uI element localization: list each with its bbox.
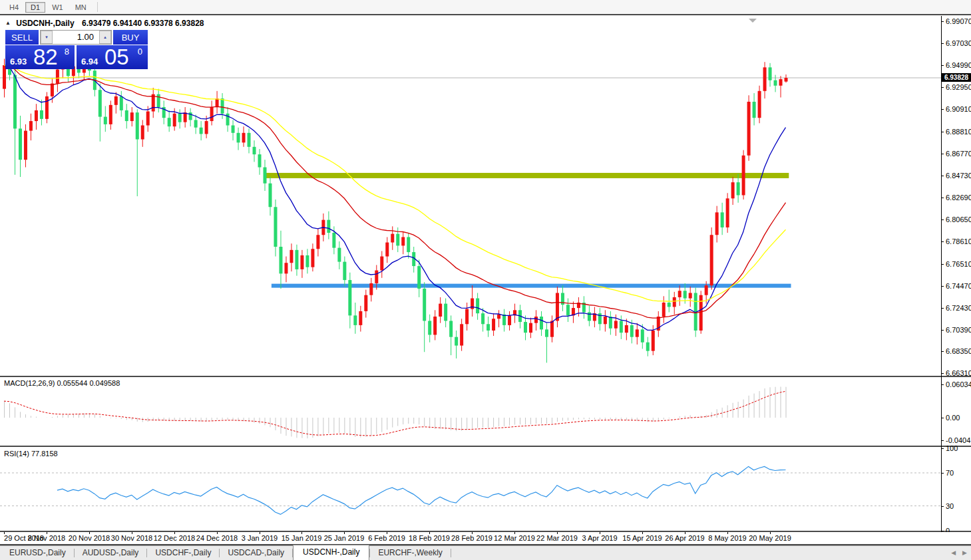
candle-body xyxy=(300,255,303,269)
price-axis[interactable]: 6.990706.970306.949906.929506.909106.888… xyxy=(941,0,971,545)
candle-body xyxy=(109,105,112,124)
candle-body xyxy=(136,112,139,139)
candle-body xyxy=(455,337,458,346)
candle-body xyxy=(423,289,426,321)
candle-body xyxy=(385,243,389,257)
candle-body xyxy=(141,126,144,140)
candle-body xyxy=(715,212,719,235)
price-axis-tick xyxy=(941,308,944,309)
volume-decrease-button[interactable]: ▼ xyxy=(41,31,53,44)
tab-scroll-left-button[interactable]: ◀ xyxy=(951,549,956,556)
candle-body xyxy=(763,67,767,91)
tab-usdcnh-daily[interactable]: USDCNH-,Daily xyxy=(293,545,369,560)
candle-body xyxy=(529,323,532,333)
candle-body xyxy=(274,207,277,247)
timeframe-button-w1[interactable]: W1 xyxy=(47,2,69,13)
candle-body xyxy=(614,321,618,328)
candle-body xyxy=(13,75,17,129)
macd-pane[interactable] xyxy=(0,377,941,446)
candle-body xyxy=(476,299,479,314)
price-axis-tick xyxy=(941,21,944,22)
price-axis-label: 6.84730 xyxy=(946,172,971,180)
candle-body xyxy=(417,266,421,289)
price-axis-label: 6.76510 xyxy=(946,260,971,268)
resistance-line[interactable] xyxy=(265,173,789,178)
price-axis-tick xyxy=(941,286,944,287)
candle-body xyxy=(486,324,490,331)
price-axis-tick xyxy=(941,87,944,88)
candle-body xyxy=(449,321,453,337)
candle-body xyxy=(337,248,341,262)
timeframe-button-mn[interactable]: MN xyxy=(70,2,92,13)
rsi-axis-label: 70 xyxy=(946,469,954,477)
date-axis-label: 30 Nov 2018 xyxy=(108,534,156,542)
candle-body xyxy=(45,96,49,119)
date-axis-label: 24 Dec 2018 xyxy=(193,534,241,542)
sell-price-big-digits: 82 xyxy=(33,45,58,70)
candle-body xyxy=(540,317,543,329)
date-axis-label: 15 Jan 2019 xyxy=(278,534,325,542)
chart-shift-marker-icon[interactable] xyxy=(749,19,757,23)
current-price-tag: 6.93828 xyxy=(942,73,971,82)
candle-body xyxy=(264,167,267,183)
candle-body xyxy=(316,235,319,249)
candle-body xyxy=(460,324,463,345)
candle-body xyxy=(221,98,224,114)
price-chart-pane[interactable] xyxy=(0,16,941,376)
rsi-pane[interactable] xyxy=(0,447,941,531)
candle-body xyxy=(726,198,729,227)
tab-usdchf-daily[interactable]: USDCHF-,Daily xyxy=(147,546,219,560)
timeframe-button-h4[interactable]: H4 xyxy=(4,2,24,13)
price-axis-tick xyxy=(941,132,944,132)
timeframe-button-d1[interactable]: D1 xyxy=(25,2,45,13)
chart-title: ▲ USDCNH-,Daily 6.93479 6.94140 6.93378 … xyxy=(5,19,204,28)
volume-input[interactable]: 1.00 xyxy=(53,31,99,44)
price-axis-tick xyxy=(941,351,944,352)
candle-body xyxy=(779,79,783,86)
rsi-axis-tick xyxy=(941,473,944,474)
chart-symbol-label: USDCNH-,Daily xyxy=(16,19,74,28)
price-axis-label: 6.99070 xyxy=(946,17,971,25)
date-axis-label: 3 Apr 2019 xyxy=(576,534,624,542)
tab-eurchf-weekly[interactable]: EURCHF-,Weekly xyxy=(370,546,450,560)
candle-body xyxy=(56,70,59,84)
rsi-indicator-label: RSI(14) 77.8158 xyxy=(4,450,58,458)
candle-body xyxy=(380,257,383,271)
one-click-trading-panel: SELL ▼ 1.00 ▲ BUY 6.93 82 8 6.94 05 0 xyxy=(5,30,148,69)
sell-button[interactable]: SELL xyxy=(5,30,39,45)
date-axis-label: 22 Mar 2019 xyxy=(533,534,581,542)
price-axis-label: 6.74470 xyxy=(946,282,971,290)
candle-body xyxy=(359,311,362,325)
macd-indicator-label: MACD(12,26,9) 0.055544 0.049588 xyxy=(4,379,120,387)
tab-scroll-right-button[interactable]: ▶ xyxy=(962,549,967,556)
buy-button[interactable]: BUY xyxy=(113,30,148,45)
collapse-trade-panel-icon[interactable]: ▲ xyxy=(5,20,11,26)
candle-body xyxy=(284,263,288,273)
tab-eurusd-daily[interactable]: EURUSD-,Daily xyxy=(1,546,74,560)
tab-usdcad-daily[interactable]: USDCAD-,Daily xyxy=(220,546,292,560)
sell-price-display[interactable]: 6.93 82 8 xyxy=(5,45,75,69)
candle-body xyxy=(232,126,235,133)
date-axis[interactable]: 29 Oct 20188 Nov 201820 Nov 201830 Nov 2… xyxy=(0,532,971,544)
candle-body xyxy=(699,295,703,331)
tab-audusd-daily[interactable]: AUDUSD-,Daily xyxy=(75,546,147,560)
price-axis-label: 6.72430 xyxy=(946,304,971,312)
price-axis-label: 6.94990 xyxy=(946,61,971,69)
date-axis-label: 25 Jan 2019 xyxy=(320,534,368,542)
sell-price-prefix: 6.93 xyxy=(10,57,27,67)
buy-price-display[interactable]: 6.94 05 0 xyxy=(77,45,148,69)
candle-body xyxy=(168,118,171,126)
price-axis-tick xyxy=(941,373,944,374)
candle-body xyxy=(566,305,570,315)
candle-body xyxy=(237,133,240,143)
chart-tab-bar: EURUSD-,DailyAUDUSD-,DailyUSDCHF-,DailyU… xyxy=(0,545,971,560)
candle-body xyxy=(625,325,628,333)
price-axis-tick xyxy=(941,154,944,154)
price-axis-label: 6.80650 xyxy=(946,215,971,223)
candle-body xyxy=(305,255,309,267)
candle-body xyxy=(758,91,761,118)
candle-body xyxy=(343,262,346,280)
candle-body xyxy=(253,147,256,154)
volume-increase-button[interactable]: ▲ xyxy=(99,31,111,44)
macd-axis-tick xyxy=(941,440,944,441)
